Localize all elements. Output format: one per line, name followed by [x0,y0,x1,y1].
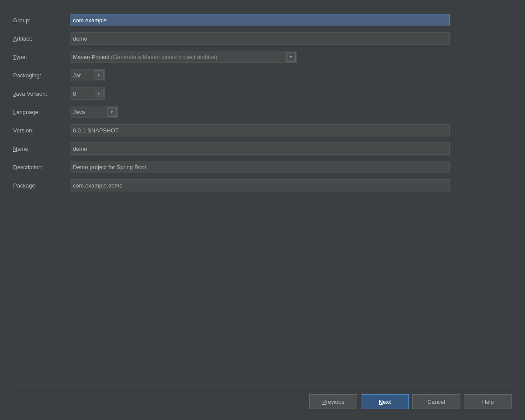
type-description: (Generate a Maven based project archive) [111,54,218,60]
description-row: Description: [13,160,512,174]
main-container: Group: Artifact: Type: Maven Project (Ge… [0,0,525,420]
language-dropdown-arrow[interactable] [107,107,117,117]
java-version-select[interactable]: 8 [70,87,105,100]
help-button[interactable]: Help [464,394,512,409]
packaging-select[interactable]: Jar [70,69,105,81]
packaging-dropdown-arrow[interactable] [94,70,104,80]
version-label: Version: [13,127,70,134]
name-label: Name: [13,146,70,152]
form-area: Group: Artifact: Type: Maven Project (Ge… [13,9,512,385]
artifact-row: Artifact: [13,31,512,45]
packaging-select-text: Jar [73,72,91,79]
description-input[interactable] [70,161,450,173]
previous-button[interactable]: Previous [309,394,357,409]
java-version-select-text: 8 [73,90,91,97]
language-label: Language: [13,109,70,115]
type-dropdown-arrow[interactable] [286,52,296,62]
type-row: Type: Maven Project (Generate a Maven ba… [13,50,512,64]
packaging-label: Packaging: [13,72,70,79]
language-row: Language: Java [13,105,512,119]
language-select-text: Java [73,109,104,115]
group-label: Group: [13,17,70,24]
description-label: Description: [13,164,70,170]
java-version-row: Java Version: 8 [13,87,512,101]
packaging-row: Packaging: Jar [13,68,512,82]
cancel-button[interactable]: Cancel [412,394,460,409]
version-input[interactable] [70,124,450,136]
type-label: Type: [13,54,70,60]
java-version-label: Java Version: [13,90,70,97]
java-version-dropdown-arrow[interactable] [94,89,104,98]
version-row: Version: [13,123,512,137]
artifact-label: Artifact: [13,35,70,42]
type-select-text: Maven Project (Generate a Maven based pr… [73,54,283,60]
package-input[interactable] [70,179,450,191]
package-row: Package: [13,178,512,192]
name-row: Name: [13,142,512,156]
package-label: Package: [13,182,70,189]
next-button[interactable]: Next [361,394,409,409]
footer: Previous Next Cancel Help [13,385,512,420]
group-input[interactable] [70,14,450,26]
group-row: Group: [13,13,512,27]
language-select[interactable]: Java [70,106,118,118]
artifact-input[interactable] [70,32,450,45]
name-input[interactable] [70,142,450,155]
type-select[interactable]: Maven Project (Generate a Maven based pr… [70,51,297,63]
